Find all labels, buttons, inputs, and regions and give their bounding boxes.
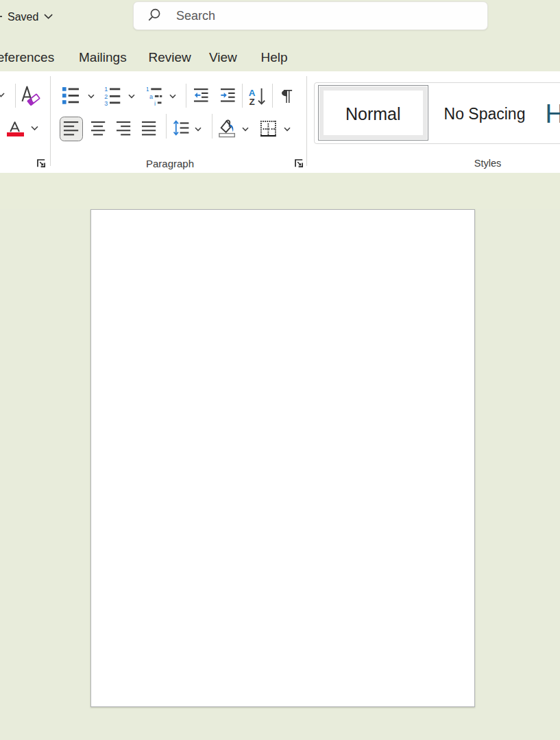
svg-text:2: 2 [104, 93, 108, 100]
svg-text:i: i [154, 100, 156, 107]
svg-text:1: 1 [147, 86, 149, 93]
svg-text:Z: Z [249, 96, 255, 104]
svg-text:3: 3 [104, 100, 108, 107]
svg-text:1: 1 [104, 86, 108, 93]
svg-text:a: a [149, 93, 153, 100]
